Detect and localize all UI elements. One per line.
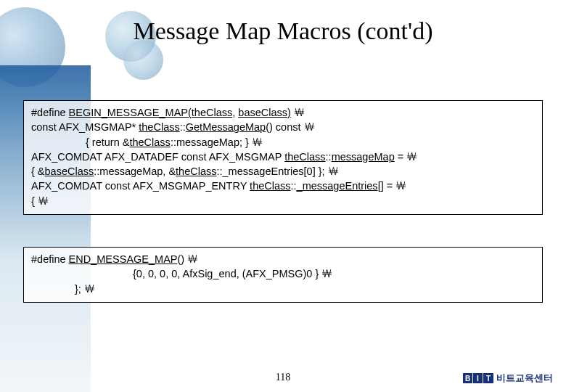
code-line: { return &theClass::messageMap; } ￦ (31, 135, 535, 150)
code-block-end-message-map: #define END_MESSAGE_MAP() ￦ {0, 0, 0, 0,… (23, 247, 543, 303)
code-line: AFX_COMDAT AFX_DATADEF const AFX_MSGMAP … (31, 150, 535, 164)
code-line: const AFX_MSGMAP* theClass::GetMessageMa… (31, 120, 535, 134)
code-line: }; ￦ (31, 282, 535, 296)
code-block-begin-message-map: #define BEGIN_MESSAGE_MAP(theClass, base… (23, 100, 543, 215)
footer-text: 비트교육센터 (496, 372, 553, 385)
page-title: Message Map Macros (cont'd) (0, 17, 566, 45)
bg-circle-small (123, 40, 163, 80)
code-line: AFX_COMDAT const AFX_MSGMAP_ENTRY theCla… (31, 179, 535, 193)
code-line: { &baseClass::messageMap, &theClass::_me… (31, 164, 535, 179)
bit-logo-icon: B I T (463, 373, 493, 383)
code-line: #define BEGIN_MESSAGE_MAP(theClass, base… (31, 105, 535, 120)
code-line: { ￦ (31, 194, 535, 208)
footer-logo: B I T 비트교육센터 (463, 372, 553, 385)
code-line: #define END_MESSAGE_MAP() ￦ (31, 252, 535, 266)
code-line: {0, 0, 0, 0, AfxSig_end, (AFX_PMSG)0 } ￦ (31, 266, 535, 281)
